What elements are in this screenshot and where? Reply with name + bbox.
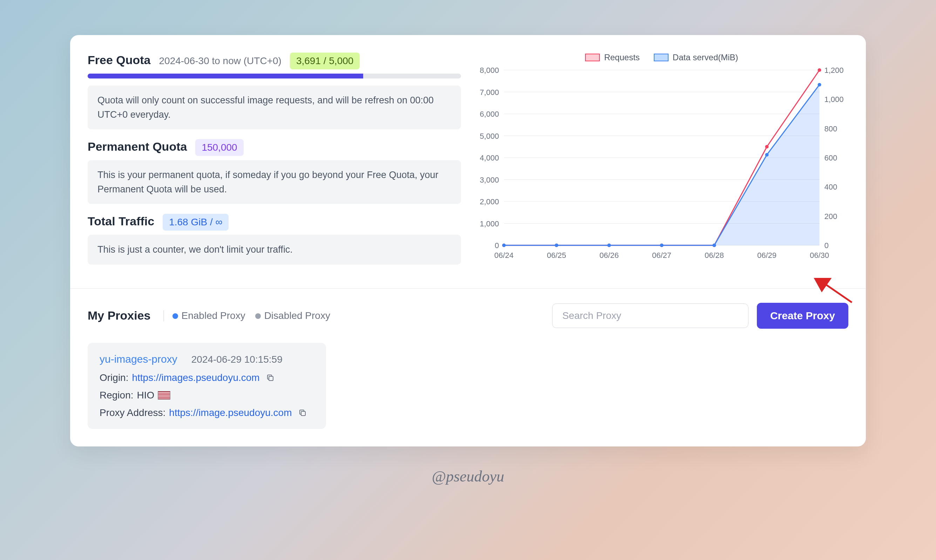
- legend-requests-label: Requests: [604, 52, 639, 62]
- chart-legend: Requests Data served(MiB): [475, 52, 848, 62]
- svg-text:7,000: 7,000: [480, 88, 499, 97]
- enabled-proxy-legend: Enabled Proxy: [172, 310, 245, 322]
- proxy-address-label: Proxy Address:: [100, 407, 165, 418]
- free-quota-date-range: 2024-06-30 to now (UTC+0): [159, 55, 281, 66]
- svg-point-38: [818, 68, 821, 72]
- svg-text:06/25: 06/25: [547, 251, 566, 260]
- svg-rect-49: [301, 411, 305, 415]
- svg-text:8,000: 8,000: [480, 66, 499, 75]
- proxy-origin-label: Origin:: [100, 372, 128, 383]
- search-input[interactable]: [552, 303, 748, 328]
- svg-point-44: [765, 153, 769, 157]
- svg-text:06/27: 06/27: [652, 251, 671, 260]
- proxy-region-value: HIO: [137, 390, 155, 401]
- usage-chart: 01,0002,0003,0004,0005,0006,0007,0008,00…: [475, 66, 848, 263]
- svg-text:3,000: 3,000: [480, 175, 499, 184]
- total-traffic-header: Total Traffic 1.68 GiB / ∞: [88, 214, 461, 231]
- create-proxy-button[interactable]: Create Proxy: [757, 303, 848, 329]
- svg-text:06/29: 06/29: [757, 251, 776, 260]
- svg-point-45: [818, 83, 821, 86]
- proxy-origin-row: Origin: https://images.pseudoyu.com: [100, 372, 314, 383]
- proxy-card[interactable]: yu-images-proxy 2024-06-29 10:15:59 Orig…: [88, 343, 326, 429]
- permanent-quota-header: Permanent Quota 150,000: [88, 139, 461, 156]
- us-flag-icon: [158, 391, 170, 400]
- dashboard-card: Free Quota 2024-06-30 to now (UTC+0) 3,6…: [70, 35, 866, 446]
- proxy-address-link[interactable]: https://image.pseudoyu.com: [169, 407, 292, 418]
- proxies-header: My Proxies Enabled Proxy Disabled Proxy …: [88, 303, 848, 329]
- proxies-header-right: Create Proxy: [552, 303, 848, 329]
- dot-disabled-icon: [255, 313, 261, 319]
- proxies-title: My Proxies: [88, 309, 151, 322]
- free-quota-header: Free Quota 2024-06-30 to now (UTC+0) 3,6…: [88, 52, 461, 69]
- permanent-quota-badge: 150,000: [195, 139, 243, 156]
- proxy-region-label: Region:: [100, 390, 134, 401]
- legend-data-served[interactable]: Data served(MiB): [654, 52, 738, 62]
- svg-text:800: 800: [825, 125, 837, 133]
- svg-rect-48: [269, 376, 273, 381]
- quota-column: Free Quota 2024-06-30 to now (UTC+0) 3,6…: [88, 52, 461, 274]
- proxy-address-row: Proxy Address: https://image.pseudoyu.co…: [100, 407, 314, 418]
- permanent-quota-info: This is your permanent quota, if someday…: [88, 160, 461, 204]
- legend-data-served-label: Data served(MiB): [673, 52, 738, 62]
- svg-point-40: [555, 243, 559, 247]
- proxy-card-header: yu-images-proxy 2024-06-29 10:15:59: [100, 353, 314, 365]
- legend-requests[interactable]: Requests: [585, 52, 639, 62]
- proxies-section: My Proxies Enabled Proxy Disabled Proxy …: [70, 289, 866, 446]
- permanent-quota-title: Permanent Quota: [88, 140, 187, 154]
- top-section: Free Quota 2024-06-30 to now (UTC+0) 3,6…: [70, 35, 866, 289]
- free-quota-progress-fill: [88, 74, 363, 78]
- svg-point-37: [765, 145, 769, 149]
- svg-text:0: 0: [495, 241, 499, 250]
- free-quota-progress: [88, 74, 461, 78]
- svg-text:1,000: 1,000: [480, 219, 499, 228]
- svg-point-39: [502, 243, 506, 247]
- dot-enabled-icon: [172, 313, 178, 319]
- legend-swatch-data-served: [654, 54, 668, 62]
- total-traffic-title: Total Traffic: [88, 214, 154, 228]
- svg-text:1,200: 1,200: [825, 66, 844, 75]
- svg-text:600: 600: [825, 154, 837, 162]
- proxy-origin-link[interactable]: https://images.pseudoyu.com: [132, 372, 259, 383]
- chart-column: Requests Data served(MiB) 01,0002,0003,0…: [475, 52, 848, 274]
- legend-swatch-requests: [585, 54, 600, 62]
- free-quota-info: Quota will only count on successful imag…: [88, 86, 461, 129]
- svg-text:6,000: 6,000: [480, 110, 499, 118]
- svg-text:4,000: 4,000: [480, 154, 499, 162]
- proxy-status-legend: Enabled Proxy Disabled Proxy: [163, 310, 330, 322]
- proxy-region-row: Region: HIO: [100, 390, 314, 401]
- total-traffic-info: This is just a counter, we don't limit y…: [88, 235, 461, 265]
- proxies-header-left: My Proxies Enabled Proxy Disabled Proxy: [88, 309, 330, 322]
- signature: @pseudoyu: [432, 468, 505, 485]
- copy-icon[interactable]: [266, 374, 274, 382]
- svg-text:400: 400: [825, 183, 837, 191]
- svg-text:06/26: 06/26: [599, 251, 619, 260]
- proxy-date: 2024-06-29 10:15:59: [191, 354, 283, 365]
- free-quota-title: Free Quota: [88, 53, 150, 67]
- svg-text:06/30: 06/30: [810, 251, 829, 260]
- svg-point-43: [713, 243, 716, 247]
- svg-text:0: 0: [825, 241, 829, 250]
- copy-icon[interactable]: [298, 409, 307, 417]
- svg-point-42: [660, 243, 664, 247]
- total-traffic-badge: 1.68 GiB / ∞: [163, 214, 229, 231]
- free-quota-badge: 3,691 / 5,000: [290, 52, 360, 69]
- svg-text:06/28: 06/28: [705, 251, 724, 260]
- svg-text:1,000: 1,000: [825, 95, 844, 104]
- svg-point-41: [608, 243, 611, 247]
- proxy-name[interactable]: yu-images-proxy: [100, 353, 177, 365]
- disabled-proxy-legend: Disabled Proxy: [255, 310, 330, 322]
- svg-text:200: 200: [825, 212, 837, 221]
- svg-text:06/24: 06/24: [494, 251, 514, 260]
- svg-text:2,000: 2,000: [480, 197, 499, 206]
- svg-text:5,000: 5,000: [480, 132, 499, 140]
